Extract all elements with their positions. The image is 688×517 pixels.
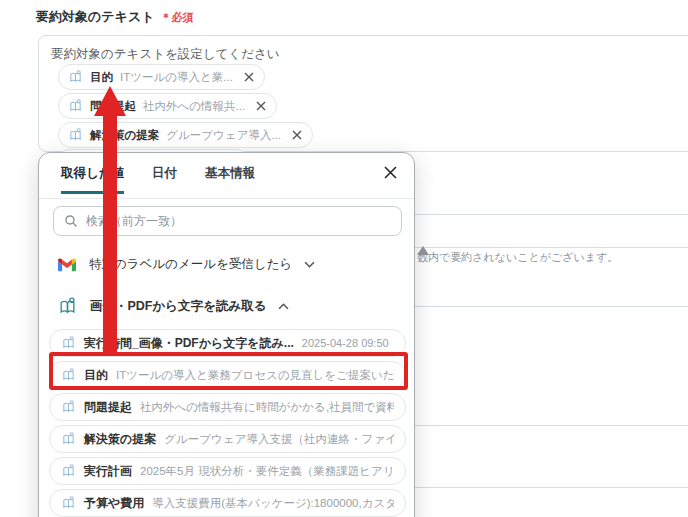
open-book-icon: [57, 297, 78, 316]
list-item-purpose[interactable]: 目的 ITツールの導入と業務プロセスの見直しをご提案いたします。: [49, 361, 406, 389]
list-item-exec-time[interactable]: 実行時間_画像・PDFから文字を読み... 2025-04-28 09:50: [49, 329, 406, 357]
value-picker-modal: 取得した値 日付 基本情報: [38, 152, 415, 517]
item-value: ITツールの導入と業務プロセスの見直しをご提案いたします。: [116, 368, 394, 383]
item-value: 2025年5月 現状分析・要件定義（業務課題ヒアリング・...: [140, 464, 394, 479]
search-icon: [64, 214, 78, 228]
screen: 要約対象のテキスト ＊必須 要約対象のテキストを設定してください 目的 ITツー…: [0, 0, 688, 517]
chip-value: ITツールの導入と業...: [120, 70, 233, 85]
modal-tabs: 取得した値 日付 基本情報: [61, 165, 255, 194]
item-name: 予算や費用: [84, 495, 144, 512]
gmail-icon: [57, 257, 77, 272]
open-book-icon: [68, 70, 83, 84]
chip-purpose[interactable]: 目的 ITツールの導入と業...: [58, 64, 265, 90]
remove-chip-icon[interactable]: [256, 101, 266, 111]
group-ocr[interactable]: 画像・PDFから文字を読み取る: [57, 297, 289, 316]
chip-solution[interactable]: 解決策の提案 グループウェア導入...: [58, 122, 313, 148]
list-item-budget[interactable]: 予算や費用 導入支援費用(基本パッケージ):1800000,カスタマイズ...: [49, 489, 406, 517]
item-name: 実行時間_画像・PDFから文字を読み...: [84, 335, 294, 352]
list-item-solution[interactable]: 解決策の提案 グループウェア導入支援（社内連絡・ファイル共有...: [49, 425, 406, 453]
list-item-problem[interactable]: 問題提起 社内外への情報共有に時間がかかる,社員間で資料のバー...: [49, 393, 406, 421]
chip-name: 解決策の提案: [90, 128, 159, 143]
required-badge: ＊必須: [161, 10, 194, 25]
open-book-icon: [61, 464, 76, 478]
field-label-row: 要約対象のテキスト ＊必須: [36, 8, 194, 26]
open-book-icon: [68, 99, 83, 113]
open-book-icon: [61, 336, 76, 350]
chip-value: 社内外への情報共...: [143, 99, 245, 114]
chip-value: グループウェア導入...: [166, 128, 281, 143]
chevron-down-icon[interactable]: [304, 261, 315, 268]
field-label: 要約対象のテキスト: [36, 8, 155, 26]
item-value: 社内外への情報共有に時間がかかる,社員間で資料のバー...: [140, 400, 394, 415]
input-placeholder: 要約対象のテキストを設定してください: [51, 46, 280, 63]
search-input[interactable]: [86, 214, 391, 228]
item-value: 導入支援費用(基本パッケージ):1800000,カスタマイズ...: [152, 496, 394, 511]
tab-acquired-values[interactable]: 取得した値: [61, 165, 124, 194]
tab-date[interactable]: 日付: [152, 165, 177, 194]
close-icon[interactable]: [383, 165, 398, 180]
chip-name: 目的: [90, 70, 113, 85]
item-name: 実行計画: [84, 463, 132, 480]
summary-target-input-area[interactable]: 要約対象のテキストを設定してください 目的 ITツールの導入と業...: [38, 35, 688, 152]
chip-name: 問題提起: [90, 99, 136, 114]
item-timestamp: 2025-04-28 09:50: [302, 337, 389, 349]
search-box[interactable]: [53, 206, 402, 236]
open-book-icon: [61, 400, 76, 414]
remove-chip-icon[interactable]: [244, 72, 254, 82]
item-name: 目的: [84, 367, 108, 384]
open-book-icon: [68, 128, 83, 142]
list-item-plan[interactable]: 実行計画 2025年5月 現状分析・要件定義（業務課題ヒアリング・...: [49, 457, 406, 485]
chevron-up-icon[interactable]: [278, 303, 289, 310]
scroll-up-icon[interactable]: [417, 246, 429, 255]
item-name: 問題提起: [84, 399, 132, 416]
group-gmail-trigger[interactable]: 特定のラベルのメールを受信したら: [57, 256, 315, 273]
open-book-icon: [61, 368, 76, 382]
open-book-icon: [61, 432, 76, 446]
tab-basic-info[interactable]: 基本情報: [205, 165, 255, 194]
remove-chip-icon[interactable]: [292, 130, 302, 140]
group-label: 画像・PDFから文字を読み取る: [90, 298, 266, 315]
open-book-icon: [61, 496, 76, 510]
group-label: 特定のラベルのメールを受信したら: [89, 256, 292, 273]
item-value: グループウェア導入支援（社内連絡・ファイル共有...: [164, 432, 394, 447]
chip-problem[interactable]: 問題提起 社内外への情報共...: [58, 93, 277, 119]
tabs-divider: [39, 198, 414, 199]
item-name: 解決策の提案: [84, 431, 156, 448]
background-helper-text: 数内で要約されないことがございます。: [417, 250, 618, 265]
